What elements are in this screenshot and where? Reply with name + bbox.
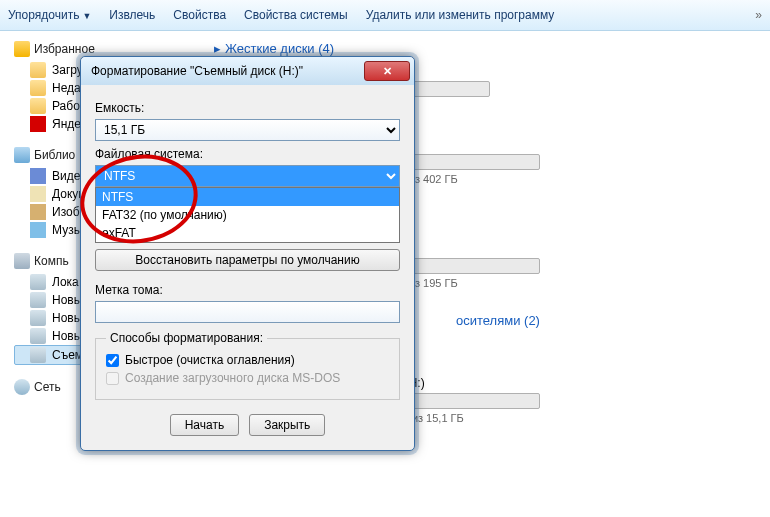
toolbar-uninstall[interactable]: Удалить или изменить программу [366,8,555,22]
star-icon [14,41,30,57]
toolbar: Упорядочить▼ Извлечь Свойства Свойства с… [0,0,770,31]
quick-format-row[interactable]: Быстрое (очистка оглавления) [106,353,389,367]
filesystem-dropdown-list: NTFS FAT32 (по умолчанию) exFAT [95,187,400,243]
msdos-boot-row: Создание загрузочного диска MS-DOS [106,371,389,385]
toolbar-properties[interactable]: Свойства [173,8,226,22]
quick-format-checkbox[interactable] [106,354,119,367]
volume-label-label: Метка тома: [95,283,400,297]
capacity-select[interactable]: 15,1 ГБ [95,119,400,141]
drive-icon [30,274,46,290]
pictures-icon [30,204,46,220]
close-icon: ✕ [383,65,392,78]
volume-label-input[interactable] [95,301,400,323]
msdos-boot-checkbox [106,372,119,385]
dialog-title-text: Форматирование "Съемный диск (H:)" [91,64,303,78]
drive-icon [30,328,46,344]
drive-icon [30,310,46,326]
msdos-boot-label: Создание загрузочного диска MS-DOS [125,371,340,385]
desktop-icon [30,98,46,114]
format-dialog: Форматирование "Съемный диск (H:)" ✕ Емк… [80,56,415,451]
drive-icon [30,292,46,308]
restore-defaults-button[interactable]: Восстановить параметры по умолчанию [95,249,400,271]
removable-drive-icon [30,347,46,363]
format-methods-group: Способы форматирования: Быстрое (очистка… [95,331,400,400]
music-icon [30,222,46,238]
removable-section-header[interactable]: осителями (2) [456,313,758,328]
start-button[interactable]: Начать [170,414,240,436]
dialog-titlebar[interactable]: Форматирование "Съемный диск (H:)" ✕ [81,57,414,85]
sidebar-favorites[interactable]: Избранное [14,41,204,57]
close-dialog-button[interactable]: Закрыть [249,414,325,436]
yandex-icon [30,116,46,132]
downloads-icon [30,62,46,78]
fs-option-ntfs[interactable]: NTFS [96,188,399,206]
hdd-section-header[interactable]: ▸Жесткие диски (4) [214,41,758,56]
document-icon [30,186,46,202]
network-icon [14,379,30,395]
filesystem-label: Файловая система: [95,147,400,161]
libraries-icon [14,147,30,163]
filesystem-select[interactable]: NTFS [95,165,400,187]
recent-icon [30,80,46,96]
computer-icon [14,253,30,269]
format-methods-legend: Способы форматирования: [106,331,267,345]
video-icon [30,168,46,184]
fs-option-fat32[interactable]: FAT32 (по умолчанию) [96,206,399,224]
close-button[interactable]: ✕ [364,61,410,81]
capacity-label: Емкость: [95,101,400,115]
quick-format-label: Быстрое (очистка оглавления) [125,353,295,367]
toolbar-organize[interactable]: Упорядочить▼ [8,8,91,22]
toolbar-system-properties[interactable]: Свойства системы [244,8,348,22]
fs-option-exfat[interactable]: exFAT [96,224,399,242]
toolbar-overflow[interactable]: » [755,8,762,22]
toolbar-extract[interactable]: Извлечь [109,8,155,22]
